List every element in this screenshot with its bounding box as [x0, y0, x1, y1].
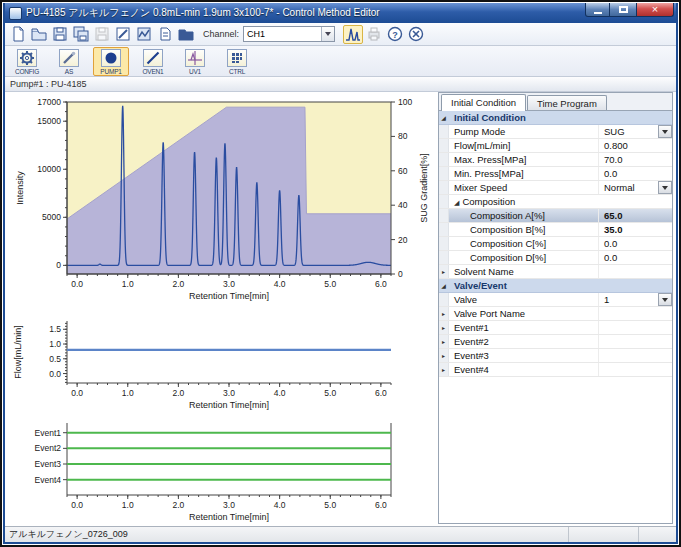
device-button-as[interactable]: AS: [51, 47, 87, 76]
new-document-icon[interactable]: [8, 25, 28, 44]
svg-text:0.0: 0.0: [71, 279, 83, 289]
row-value[interactable]: [599, 335, 672, 348]
dropdown-button[interactable]: [658, 125, 672, 138]
property-row-event-4[interactable]: ▸Event#4: [439, 363, 672, 377]
svg-text:2.0: 2.0: [172, 388, 184, 398]
row-gutter: [439, 195, 449, 208]
row-value[interactable]: 65.0: [599, 209, 672, 222]
collapse-icon[interactable]: ◢: [454, 199, 459, 206]
maximize-button[interactable]: [610, 3, 636, 17]
row-value[interactable]: SUG: [599, 125, 658, 138]
device-button-oven1[interactable]: OVEN1: [135, 47, 171, 76]
row-value[interactable]: 35.0: [599, 223, 672, 236]
device-button-label: AS: [65, 68, 73, 75]
svg-text:5000: 5000: [42, 212, 61, 222]
property-row-event-3[interactable]: ▸Event#3: [439, 349, 672, 363]
dropdown-button[interactable]: [658, 293, 672, 306]
property-row-min-press-mpa-[interactable]: Min. Press[MPa]0.0: [439, 167, 672, 181]
device-button-config[interactable]: CONFIG: [9, 47, 45, 76]
svg-text:2.0: 2.0: [172, 500, 184, 510]
channel-select[interactable]: CH1: [243, 26, 335, 42]
exit-icon[interactable]: [406, 25, 426, 44]
device-button-pump1[interactable]: PUMP1: [93, 47, 129, 76]
tab-initial-condition[interactable]: Initial Condition: [441, 94, 526, 111]
property-row-composition-d-[interactable]: Composition D[%]0.0: [439, 251, 672, 265]
tab-time-program[interactable]: Time Program: [527, 95, 607, 110]
expand-icon[interactable]: ▸: [439, 321, 449, 334]
property-row-composition-c-[interactable]: Composition C[%]0.0: [439, 237, 672, 251]
row-value[interactable]: 1: [599, 293, 658, 306]
row-label-text: Event#2: [454, 336, 489, 347]
row-value[interactable]: 0.0: [599, 167, 672, 180]
svg-text:1.5: 1.5: [49, 324, 61, 334]
row-value[interactable]: 0.0: [599, 237, 672, 250]
row-value[interactable]: 70.0: [599, 153, 672, 166]
svg-text:60: 60: [398, 166, 408, 176]
row-gutter: [439, 293, 449, 306]
report-icon[interactable]: [155, 25, 175, 44]
folder-icon[interactable]: [176, 25, 196, 44]
property-row-composition[interactable]: ◢Composition: [439, 195, 672, 209]
toolbar-right-group: ?: [343, 25, 426, 44]
expand-icon[interactable]: ▸: [439, 265, 449, 278]
row-gutter: [439, 181, 449, 194]
collapse-icon[interactable]: ◢: [439, 111, 449, 124]
row-label-text: Valve Port Name: [454, 308, 525, 319]
expand-icon[interactable]: ▸: [439, 307, 449, 320]
expand-icon[interactable]: ▸: [439, 363, 449, 376]
minimize-button[interactable]: [585, 3, 610, 17]
category-row-valve-event[interactable]: ◢Valve/Event: [439, 279, 672, 293]
property-row-event-2[interactable]: ▸Event#2: [439, 335, 672, 349]
save-all-icon[interactable]: [71, 25, 91, 44]
expand-icon[interactable]: ▸: [439, 335, 449, 348]
property-row-composition-b-[interactable]: Composition B[%]35.0: [439, 223, 672, 237]
svg-text:Intensity: Intensity: [15, 171, 25, 205]
event-chart: 0.01.02.03.04.05.06.0Retention Time[min]…: [9, 417, 437, 526]
property-row-pump-mode[interactable]: Pump ModeSUG: [439, 125, 672, 139]
row-label: Solvent Name: [449, 265, 599, 278]
row-value[interactable]: [599, 307, 672, 320]
svg-text:Retention Time[min]: Retention Time[min]: [189, 400, 269, 410]
row-label: ◢Composition: [449, 195, 517, 208]
export-chart-icon[interactable]: [134, 25, 154, 44]
save-icon[interactable]: [50, 25, 70, 44]
expand-icon[interactable]: ▸: [439, 349, 449, 362]
row-label-text: Composition A[%]: [470, 210, 545, 221]
property-row-event-1[interactable]: ▸Event#1: [439, 321, 672, 335]
row-value[interactable]: 0.800: [599, 139, 672, 152]
row-label: Initial Condition: [449, 111, 528, 124]
property-row-flow-ml-min-[interactable]: Flow[mL/min]0.800: [439, 139, 672, 153]
help-icon[interactable]: ?: [385, 25, 405, 44]
open-file-icon[interactable]: [29, 25, 49, 44]
edit-method-icon[interactable]: [113, 25, 133, 44]
minimize-icon: [594, 12, 602, 14]
row-value[interactable]: [599, 363, 672, 376]
row-value[interactable]: [599, 349, 672, 362]
row-label-text: Min. Press[MPa]: [454, 168, 524, 179]
property-row-max-press-mpa-[interactable]: Max. Press[MPa]70.0: [439, 153, 672, 167]
property-row-valve[interactable]: Valve1: [439, 293, 672, 307]
property-row-valve-port-name[interactable]: ▸Valve Port Name: [439, 307, 672, 321]
device-button-ctrl[interactable]: CTRL: [219, 47, 255, 76]
row-label-text: Composition: [462, 196, 515, 207]
property-row-composition-a-[interactable]: Composition A[%]65.0: [439, 209, 672, 223]
svg-text:10000: 10000: [37, 164, 61, 174]
row-value[interactable]: 0.0: [599, 251, 672, 264]
device-button-label: UV1: [189, 68, 201, 75]
close-button[interactable]: ×: [636, 3, 674, 17]
property-row-solvent-name[interactable]: ▸Solvent Name: [439, 265, 672, 279]
category-row-initial-condition[interactable]: ◢Initial Condition: [439, 111, 672, 125]
collapse-icon[interactable]: ◢: [439, 279, 449, 292]
row-label: Valve/Event: [449, 279, 509, 292]
svg-text:Event2: Event2: [35, 443, 62, 453]
device-button-uv1[interactable]: UV1: [177, 47, 213, 76]
dropdown-button[interactable]: [658, 181, 672, 194]
row-label-text: Composition D[%]: [470, 252, 546, 263]
chromatogram-monitor-icon[interactable]: [343, 25, 363, 44]
row-value[interactable]: [599, 321, 672, 334]
svg-text:Flow[mL/min]: Flow[mL/min]: [13, 325, 23, 379]
row-value[interactable]: Normal: [599, 181, 658, 194]
property-row-mixer-speed[interactable]: Mixer SpeedNormal: [439, 181, 672, 195]
chart-column: 0.01.02.03.04.05.06.0Retention Time[min]…: [5, 92, 437, 526]
row-value[interactable]: [599, 265, 672, 278]
